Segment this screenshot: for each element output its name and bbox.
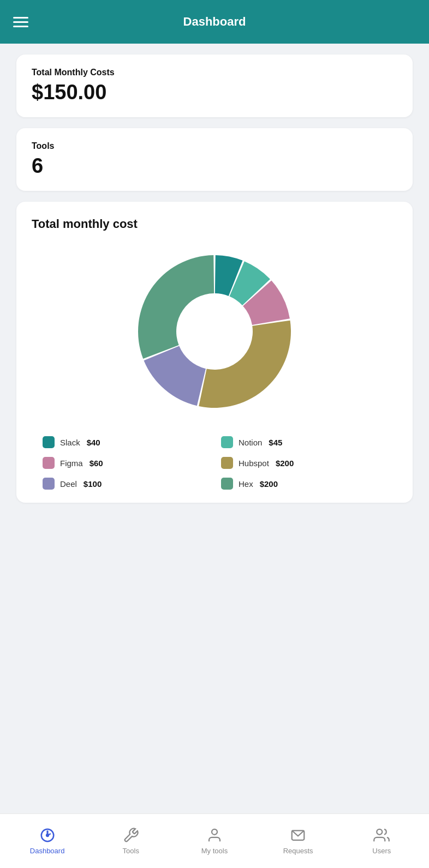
tools-value: 6 <box>32 154 397 178</box>
nav-item-users[interactable]: Users <box>360 827 403 855</box>
legend-value: $45 <box>269 438 282 447</box>
total-monthly-costs-label: Total Monthly Costs <box>32 68 397 77</box>
users-icon <box>373 827 390 843</box>
main-content: Total Monthly Costs $150.00 Tools 6 Tota… <box>0 44 429 568</box>
legend-item: Notion $45 <box>221 436 386 448</box>
nav-item-mytools[interactable]: My tools <box>193 827 236 855</box>
nav-label-dashboard: Dashboard <box>30 847 65 855</box>
legend-color <box>43 436 55 448</box>
legend-color <box>221 436 233 448</box>
legend-name: Hubspot <box>239 459 269 468</box>
tools-icon <box>123 827 139 843</box>
nav-label-users: Users <box>372 847 391 855</box>
legend-name: Hex <box>239 479 253 489</box>
donut-chart-svg <box>127 244 302 419</box>
bottom-nav: Dashboard Tools My tools Requests <box>0 813 429 868</box>
total-monthly-costs-card: Total Monthly Costs $150.00 <box>16 55 413 117</box>
nav-item-requests[interactable]: Requests <box>276 827 320 855</box>
legend-value: $60 <box>90 459 103 468</box>
app-header: Dashboard <box>0 0 429 44</box>
page-title: Dashboard <box>183 15 246 29</box>
mytools-icon <box>206 827 223 843</box>
svg-point-3 <box>212 829 217 835</box>
chart-legend: Slack $40Notion $45Figma $60Hubspot $200… <box>32 436 397 490</box>
legend-item: Figma $60 <box>43 457 208 469</box>
legend-color <box>43 478 55 490</box>
legend-value: $200 <box>260 479 278 489</box>
menu-icon[interactable] <box>13 17 28 27</box>
tools-count-card: Tools 6 <box>16 128 413 191</box>
legend-color <box>221 478 233 490</box>
legend-color <box>221 457 233 469</box>
legend-item: Hex $200 <box>221 478 386 490</box>
legend-name: Figma <box>60 459 83 468</box>
requests-icon <box>290 827 306 843</box>
legend-value: $40 <box>87 438 100 447</box>
svg-point-5 <box>377 829 383 835</box>
legend-value: $200 <box>276 459 294 468</box>
nav-label-mytools: My tools <box>201 847 228 855</box>
legend-name: Slack <box>60 438 80 447</box>
chart-title: Total monthly cost <box>32 217 397 231</box>
nav-item-tools[interactable]: Tools <box>109 827 153 855</box>
legend-item: Deel $100 <box>43 478 208 490</box>
donut-chart <box>32 244 397 419</box>
legend-color <box>43 457 55 469</box>
svg-point-2 <box>46 834 49 836</box>
svg-point-0 <box>177 294 252 369</box>
nav-item-dashboard[interactable]: Dashboard <box>26 827 69 855</box>
legend-value: $100 <box>84 479 102 489</box>
legend-name: Deel <box>60 479 77 489</box>
nav-label-tools: Tools <box>123 847 139 855</box>
tools-label: Tools <box>32 141 397 151</box>
nav-label-requests: Requests <box>283 847 313 855</box>
legend-name: Notion <box>239 438 262 447</box>
legend-item: Slack $40 <box>43 436 208 448</box>
chart-card: Total monthly cost Slack $40Notion $45Fi… <box>16 202 413 503</box>
legend-item: Hubspot $200 <box>221 457 386 469</box>
total-monthly-costs-value: $150.00 <box>32 81 397 104</box>
dashboard-icon <box>39 827 56 843</box>
